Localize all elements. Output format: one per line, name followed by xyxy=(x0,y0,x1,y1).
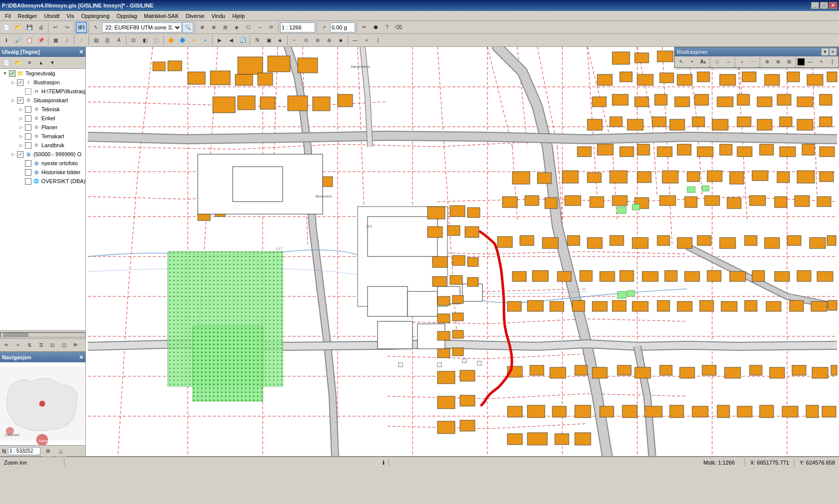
tb2-23[interactable]: ⊚ xyxy=(312,35,323,46)
tree-enkel[interactable]: ▷ ⚙ Enkel xyxy=(0,114,85,123)
utvalg-delete[interactable]: ✕ xyxy=(24,57,35,68)
expand-illustrasjon[interactable]: ▷ xyxy=(9,78,17,86)
undo-btn[interactable]: ↩ xyxy=(50,22,61,33)
expand-situ[interactable]: ▷ xyxy=(9,96,17,104)
expand-tema[interactable]: ▷ xyxy=(17,132,25,140)
menu-rediger[interactable]: Rediger xyxy=(15,12,40,19)
zoom-btn[interactable]: 🔍 xyxy=(182,22,193,33)
tb-tool4[interactable]: ◈ xyxy=(231,22,242,33)
tb2-21[interactable]: ✂ xyxy=(289,35,300,46)
tree-hist[interactable]: ▦ Historiske bilder xyxy=(0,168,85,177)
tree-planer[interactable]: ▷ ⚙ Planer xyxy=(0,123,85,132)
tb2-10[interactable]: A xyxy=(113,35,124,46)
check-enkel[interactable] xyxy=(25,115,31,122)
tree-ortofoto[interactable]: ▦ nyeste ortofoto xyxy=(0,159,85,168)
tb2-18[interactable]: ▶ xyxy=(214,35,225,46)
tb-tool1[interactable]: ⊕ xyxy=(197,22,208,33)
close-button[interactable]: ✕ xyxy=(829,2,837,9)
tb2-snap3[interactable]: ◈ xyxy=(275,35,286,46)
check-ortofoto[interactable] xyxy=(25,160,31,167)
menu-opptegning[interactable]: Opptegning xyxy=(78,12,112,19)
illust-dropdown-btn[interactable]: ▼ xyxy=(822,48,829,55)
btn-ext[interactable]: ⊡ xyxy=(47,340,58,351)
nav-arrow-btn[interactable]: △ xyxy=(55,446,66,457)
check-tema[interactable] xyxy=(25,133,31,140)
btn-sort[interactable]: ⇅ xyxy=(24,340,35,351)
tb-pencil[interactable]: ✏ xyxy=(359,22,370,33)
il-sym3[interactable]: ⊞ xyxy=(784,56,794,67)
il-rect[interactable]: □ xyxy=(712,56,722,67)
utvalg-up[interactable]: ▲ xyxy=(35,57,46,68)
tree-area[interactable]: ▼ 📁 Tegneutvalg ▷ I Illustrasjon xyxy=(0,69,85,330)
select-btn[interactable]: ↖ xyxy=(90,22,101,33)
nav-grid-btn[interactable]: ⊞ xyxy=(42,446,53,457)
menu-utsnitt[interactable]: Utsnitt xyxy=(41,12,62,19)
tree-tema[interactable]: ▷ ⚙ Temakart xyxy=(0,132,85,141)
map-area[interactable]: Illustrasjoner ▼ ✕ ↖ • A₁ □ → ○ ⋯ ⊕ ⊗ ⊞ xyxy=(86,47,839,456)
tb2-7[interactable]: ⋮ xyxy=(76,35,87,46)
expand-planer[interactable]: ▷ xyxy=(17,123,25,131)
illust-close-btn[interactable]: ✕ xyxy=(830,48,837,55)
tb2-snap2[interactable]: ▣ xyxy=(263,35,274,46)
tree-tegneutvalg[interactable]: ▼ 📁 Tegneutvalg xyxy=(0,69,85,78)
tree-land[interactable]: ▷ ⚙ Landbruk xyxy=(0,141,85,150)
scale-dropdown[interactable]: 22: EUREF89 UTM-sone 32 xyxy=(102,22,182,32)
tb2-11[interactable]: ⊡ xyxy=(128,35,139,46)
tb-tool2[interactable]: ⊗ xyxy=(208,22,219,33)
tb-erase[interactable]: ⌫ xyxy=(393,22,404,33)
il-sym1[interactable]: ⊕ xyxy=(762,56,772,67)
tree-teknisk[interactable]: ▷ ⚙ Teknisk xyxy=(0,105,85,114)
utvalg-open[interactable]: 📂 xyxy=(12,57,23,68)
tb2-6[interactable]: ↕ xyxy=(61,35,72,46)
print-btn[interactable]: 🖨 xyxy=(35,22,46,33)
expand-enkel[interactable]: ▷ xyxy=(17,114,25,122)
tb-polygon[interactable]: ⬟ xyxy=(370,22,381,33)
tree-situ[interactable]: ▷ ⚙ Situasjonskart xyxy=(0,96,85,105)
tree-oversikt[interactable]: 🌐 OVERSIKT (DBA) xyxy=(0,177,85,186)
il-circ[interactable]: ○ xyxy=(737,56,747,67)
nav-scale-input[interactable] xyxy=(8,447,40,455)
new-btn[interactable]: 📄 xyxy=(1,22,12,33)
tb2-13[interactable]: ⬚ xyxy=(151,35,162,46)
check-land[interactable] xyxy=(25,142,31,149)
btn-thumb[interactable]: ◫ xyxy=(58,340,69,351)
check-illustrasjon[interactable] xyxy=(17,79,23,86)
menu-hjelp[interactable]: Hjelp xyxy=(229,12,248,19)
check-teknisk[interactable] xyxy=(25,106,31,113)
tb2-3[interactable]: 📋 xyxy=(24,35,35,46)
tb-tool5[interactable]: ⬡ xyxy=(243,22,254,33)
angle-input[interactable] xyxy=(330,22,355,32)
btn-add-layer[interactable]: + xyxy=(12,340,23,351)
utvalg-new[interactable]: 📄 xyxy=(1,57,12,68)
map-svg[interactable] xyxy=(86,47,839,456)
check-tegneutvalg[interactable] xyxy=(9,70,15,77)
save-btn[interactable]: 💾 xyxy=(24,22,35,33)
tb2-line2[interactable]: + xyxy=(361,35,372,46)
zoom-input[interactable] xyxy=(280,22,315,32)
menu-fil[interactable]: Fil xyxy=(2,12,14,19)
check-situ[interactable] xyxy=(17,97,23,104)
il-dots[interactable]: ⋯ xyxy=(748,56,758,67)
tb2-5[interactable]: ▦ xyxy=(50,35,61,46)
tree-illustrasjon[interactable]: ▷ I Illustrasjon xyxy=(0,78,85,87)
il-line1[interactable]: — xyxy=(805,56,816,67)
expand-50000[interactable]: ▷ xyxy=(9,150,17,158)
il-line3[interactable]: | xyxy=(827,56,838,67)
tb2-14[interactable]: 🔶 xyxy=(165,35,176,46)
menu-vindu[interactable]: Vindu xyxy=(208,12,228,19)
expand-tegneutvalg[interactable]: ▼ xyxy=(1,69,9,77)
tb2-17[interactable]: 🔹 xyxy=(200,35,211,46)
il-text-a[interactable]: A₁ xyxy=(698,56,708,67)
tb2-2[interactable]: 🔎 xyxy=(12,35,23,46)
il-cursor[interactable]: ↖ xyxy=(676,56,686,67)
tb2-22[interactable]: ⊙ xyxy=(301,35,312,46)
il-sym2[interactable]: ⊗ xyxy=(773,56,783,67)
menu-matrikkel[interactable]: Matrikkel-SAK xyxy=(141,12,182,19)
tb2-19[interactable]: ◀ xyxy=(226,35,237,46)
il-point[interactable]: • xyxy=(687,56,697,67)
il-arrow[interactable]: → xyxy=(723,56,733,67)
tb2-16[interactable]: 🔸 xyxy=(188,35,199,46)
tb2-8[interactable]: ▤ xyxy=(90,35,101,46)
check-temp[interactable] xyxy=(25,88,31,95)
tb2-snap[interactable]: N xyxy=(252,35,263,46)
